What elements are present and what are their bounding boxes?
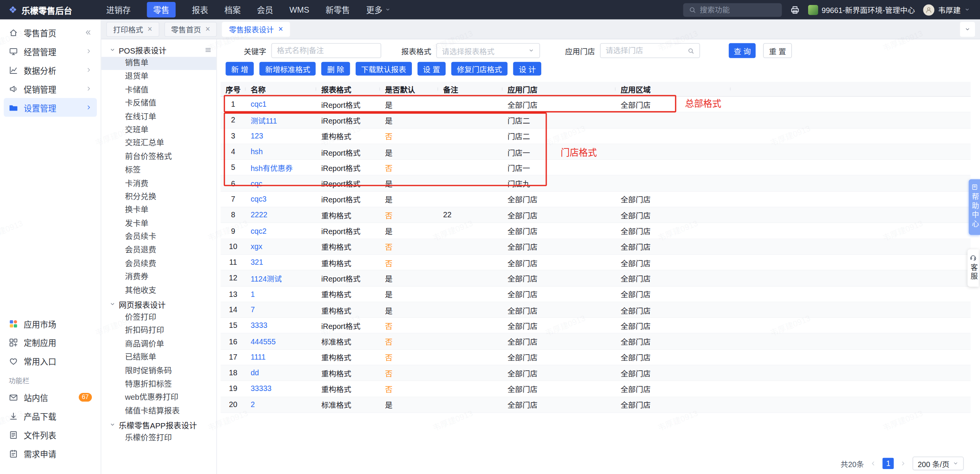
tabs-collapse-button[interactable] xyxy=(960,21,975,36)
column-header[interactable]: 应用门店 xyxy=(503,84,616,94)
report-name-link[interactable]: 444555 xyxy=(246,337,316,346)
report-name-link[interactable]: 33333 xyxy=(246,384,316,393)
table-row[interactable]: 131重构格式是全部门店全部门店 xyxy=(220,287,970,302)
table-row[interactable]: 82222重构格式否22全部门店全部门店 xyxy=(220,207,970,223)
report-name-link[interactable]: hsh xyxy=(246,147,316,156)
table-row[interactable]: 1cqc1iReport格式是全部门店全部门店 xyxy=(220,97,970,112)
close-icon[interactable]: × xyxy=(278,25,283,33)
tree-item[interactable]: 标签 xyxy=(101,164,216,177)
collapse-sidebar-icon[interactable] xyxy=(84,29,92,36)
tab-1[interactable]: 零售首页× xyxy=(164,21,217,36)
tree-item[interactable]: 销售单 xyxy=(101,57,216,70)
keyword-input[interactable] xyxy=(277,46,376,55)
sidebar-item-promotion-mgmt[interactable]: 促销管理 xyxy=(4,79,97,98)
top-nav-inventory[interactable]: 进销存 xyxy=(106,4,131,16)
app-logo[interactable]: ❖ 乐檬零售后台 xyxy=(0,3,96,16)
tree-group-2[interactable]: 乐檬零售APP报表设计 xyxy=(101,418,216,432)
tab-0[interactable]: 打印格式× xyxy=(106,21,159,36)
tree-menu-icon[interactable] xyxy=(204,46,212,54)
column-header[interactable]: 名称 xyxy=(246,84,316,94)
tree-item[interactable]: 交班汇总单 xyxy=(101,137,216,150)
table-row[interactable]: 202标准格式是全部门店全部门店 xyxy=(220,397,970,413)
tree-item[interactable]: 在线订单 xyxy=(101,110,216,124)
sidebar-item-inbox[interactable]: 站内信67 xyxy=(4,388,97,407)
column-header[interactable]: 备注 xyxy=(438,84,502,94)
report-name-link[interactable]: cqc xyxy=(246,179,316,188)
report-name-link[interactable]: 测试111 xyxy=(246,115,316,125)
table-row[interactable]: 5hsh有优惠券iReport格式否门店一 xyxy=(220,160,970,176)
tree-item[interactable]: 退货单 xyxy=(101,70,216,83)
sidebar-item-favorites[interactable]: 常用入口 xyxy=(4,352,97,370)
tree-group-0[interactable]: POS报表设计 xyxy=(101,43,216,57)
tab-2[interactable]: 零售报表设计× xyxy=(222,21,290,36)
table-row[interactable]: 147重构格式是全部门店全部门店 xyxy=(220,302,970,318)
table-row[interactable]: 18dd重构格式否全部门店全部门店 xyxy=(220,365,970,381)
page-size-select[interactable]: 200 条/页 xyxy=(913,456,964,470)
tree-item[interactable]: 商品调价单 xyxy=(101,338,216,351)
sidebar-item-business-mgmt[interactable]: 经营管理 xyxy=(4,42,97,60)
top-nav-reports[interactable]: 报表 xyxy=(192,4,208,16)
report-name-link[interactable]: hsh有优惠券 xyxy=(246,162,316,173)
report-name-link[interactable]: 1 xyxy=(246,290,316,298)
tree-item[interactable]: 交班单 xyxy=(101,124,216,137)
column-header[interactable]: 是否默认 xyxy=(380,84,438,94)
sidebar-item-settings-mgmt[interactable]: 设置管理 xyxy=(4,98,97,117)
tree-item[interactable]: 折扣码打印 xyxy=(101,324,216,338)
sidebar-item-retail-home[interactable]: 零售首页 xyxy=(4,23,97,42)
table-row[interactable]: 121124测试iReport格式是全部门店全部门店 xyxy=(220,270,970,286)
global-search[interactable] xyxy=(683,3,782,16)
tree-item[interactable]: 会员退费 xyxy=(101,244,216,257)
tree-item[interactable]: 限时促销条码 xyxy=(101,365,216,378)
tree-item[interactable]: 积分兑换 xyxy=(101,191,216,204)
tree-item[interactable]: 其他收支 xyxy=(101,284,216,297)
table-row[interactable]: 1933333重构格式否全部门店全部门店 xyxy=(220,381,970,397)
report-name-link[interactable]: 1124测试 xyxy=(246,273,316,283)
table-row[interactable]: 11321重构格式否全部门店全部门店 xyxy=(220,255,970,270)
table-row[interactable]: 7cqc3iReport格式是全部门店全部门店 xyxy=(220,192,970,207)
global-search-input[interactable] xyxy=(700,5,776,14)
tree-item[interactable]: web优惠券打印 xyxy=(101,391,216,405)
close-icon[interactable]: × xyxy=(147,25,152,33)
page-number[interactable]: 1 xyxy=(883,458,894,469)
top-nav-wms[interactable]: WMS xyxy=(289,5,309,14)
report-name-link[interactable]: xgx xyxy=(246,242,316,251)
report-name-link[interactable]: 2222 xyxy=(246,211,316,220)
reset-button[interactable]: 重 置 xyxy=(763,43,792,58)
report-name-link[interactable]: 1111 xyxy=(246,353,316,362)
report-name-link[interactable]: 3333 xyxy=(246,321,316,330)
next-page-button[interactable] xyxy=(900,460,906,466)
column-header[interactable]: 应用区域 xyxy=(616,84,730,94)
top-nav-retail[interactable]: 零售 xyxy=(147,2,176,18)
column-header[interactable]: 报表格式 xyxy=(316,84,380,94)
tree-item[interactable]: 前台价签格式 xyxy=(101,150,216,164)
add-button[interactable]: 新 增 xyxy=(225,62,254,76)
sidebar-item-request[interactable]: 需求申请 xyxy=(4,444,97,463)
add-standard-format-button[interactable]: 新增标准格式 xyxy=(260,62,316,76)
env-switcher[interactable]: 99661-新界面环境-管理中心 xyxy=(808,4,915,15)
report-name-link[interactable]: 2 xyxy=(246,400,316,409)
report-name-link[interactable]: cqc1 xyxy=(246,100,316,109)
report-format-select[interactable]: 请选择报表格式 xyxy=(436,43,540,58)
sidebar-item-app-market[interactable]: 应用市场 xyxy=(4,314,97,333)
design-button[interactable]: 设 计 xyxy=(513,62,542,76)
sidebar-item-file-list[interactable]: 文件列表 xyxy=(4,425,97,444)
tree-item[interactable]: 卡反储值 xyxy=(101,97,216,110)
printer-icon[interactable] xyxy=(790,5,800,15)
table-row[interactable]: 2测试111iReport格式是门店二 xyxy=(220,112,970,128)
report-name-link[interactable]: 7 xyxy=(246,305,316,314)
table-row[interactable]: 171111重构格式否全部门店全部门店 xyxy=(220,350,970,365)
tree-group-1[interactable]: 网页报表设计 xyxy=(101,297,216,311)
table-row[interactable]: 9cqc2iReport格式是全部门店全部门店 xyxy=(220,223,970,239)
column-header[interactable]: 序号 xyxy=(220,84,245,94)
sidebar-item-product-download[interactable]: 产品下载 xyxy=(4,407,97,425)
sidebar-item-custom-apps[interactable]: 定制应用 xyxy=(4,333,97,352)
tree-item[interactable]: 换卡单 xyxy=(101,204,216,217)
top-nav-new-retail[interactable]: 新零售 xyxy=(325,4,350,16)
report-name-link[interactable]: 123 xyxy=(246,132,316,140)
tree-item[interactable]: 已结账单 xyxy=(101,351,216,365)
top-nav-archives[interactable]: 档案 xyxy=(224,4,240,16)
top-nav-members[interactable]: 会员 xyxy=(257,4,273,16)
table-row[interactable]: 10xgx重构格式否全部门店全部门店 xyxy=(220,239,970,255)
store-input[interactable] xyxy=(606,46,685,55)
tree-item[interactable]: 储值卡结算报表 xyxy=(101,405,216,418)
